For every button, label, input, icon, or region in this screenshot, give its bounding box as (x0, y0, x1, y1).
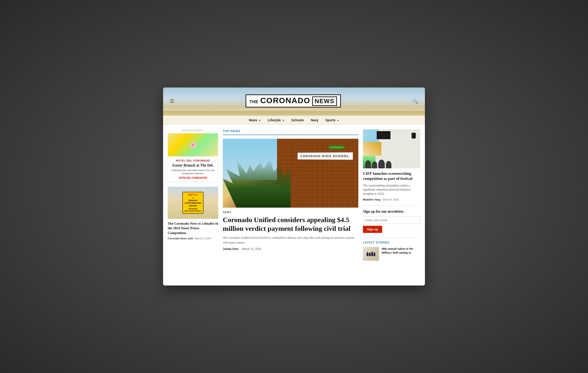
ad-title: Easter Brunch at The Del. (171, 163, 215, 167)
latest-stories-label: LATEST STORIES (363, 241, 420, 244)
search-icon[interactable]: 🔍 (412, 98, 418, 104)
header-inner: ☰ THE CORONADO NEWS 🔍 (163, 92, 425, 111)
green-sign: CORONADO (329, 146, 345, 149)
right-article-title[interactable]: CIFF launches screenwriting competition … (363, 171, 420, 181)
ad-hotel-logo: HOTEL DEL CORONADO (171, 159, 215, 162)
military-photo (363, 247, 379, 261)
sidebar-article-date: March 6, 2024 (195, 237, 211, 240)
right-article-meta: Madeline Yang March 9, 2024 (363, 198, 420, 201)
center-content: TOP NEWS CORONADO CORONADO HIGH SCHOOL N… (223, 129, 358, 281)
email-input[interactable] (363, 216, 420, 224)
ad-content: HOTEL DEL CORONADO Easter Brunch at The … (168, 156, 218, 182)
latest-story-item: 38th annual Salute to the Military Ball … (363, 247, 420, 261)
site-title: THE CORONADO NEWS (174, 94, 412, 107)
signup-button[interactable]: Sign up (363, 226, 382, 233)
title-coronado: CORONADO (260, 96, 310, 105)
nav-list: News ▼ Lifestyle ▼ Schools Navy (163, 116, 425, 124)
speaker (412, 133, 416, 138)
article-date: March 12, 2024 (242, 247, 261, 251)
nav-link-lifestyle[interactable]: Lifestyle ▼ (268, 118, 284, 122)
sidebar-article-title[interactable]: The Coronado News is a finalist in the 2… (168, 221, 218, 235)
main-content: ADVERTISEMENT 🌸 HOTEL DEL CORONADO Easte… (163, 125, 425, 286)
hamburger-icon[interactable]: ☰ (170, 98, 174, 104)
article-excerpt: The Coronado Unified School District is … (223, 235, 358, 245)
beach-waves (163, 111, 425, 115)
ad-subtitle: Celebrate with a decadent feast in the n… (171, 169, 215, 175)
article-author: Julieta Soto (223, 247, 238, 251)
nav-arrow-news: ▼ (259, 119, 261, 122)
sidebar-article: KEEP OUT ⊘ SEWAGE CONTAMINATED WATER EXP… (168, 187, 218, 240)
sidebar-article-meta: Coronado News staff March 6, 2024 (168, 237, 218, 240)
school-sign: CORONADO HIGH SCHOOL (298, 152, 353, 160)
right-feature-image (363, 129, 420, 168)
ad-link[interactable]: HOTELDEL.COM/EASTER (171, 177, 215, 179)
school-building-graphic: CORONADO CORONADO HIGH SCHOOL (223, 139, 358, 208)
nav-link-schools[interactable]: Schools (291, 118, 304, 122)
sidebar-article-image: KEEP OUT ⊘ SEWAGE CONTAMINATED WATER EXP… (168, 187, 218, 219)
title-logo[interactable]: THE CORONADO NEWS (246, 94, 341, 107)
latest-story-title[interactable]: 38th annual Salute to the Military Ball … (381, 247, 420, 255)
newsletter-title: Sign up for our newsletter (363, 209, 420, 214)
person-1 (365, 160, 371, 168)
browser-window: ☰ THE CORONADO NEWS 🔍 News ▼ (163, 87, 425, 286)
top-news-label: TOP NEWS (223, 129, 358, 135)
nav-item-navy[interactable]: Navy (311, 118, 318, 122)
person-3 (378, 160, 385, 168)
advertisement-box[interactable]: 🌸 HOTEL DEL CORONADO Easter Brunch at Th… (168, 133, 218, 182)
main-nav: News ▼ Lifestyle ▼ Schools Navy (163, 115, 425, 125)
nav-link-navy[interactable]: Navy (311, 118, 318, 122)
right-article-author: Madeline Yang (363, 198, 380, 201)
ad-label: ADVERTISEMENT (168, 129, 218, 132)
article-main-title[interactable]: Coronado Unified considers appealing $4.… (223, 216, 358, 233)
gallery-scene (363, 129, 420, 168)
title-the: THE (250, 99, 258, 104)
artwork-2 (363, 142, 381, 156)
latest-stories-section: LATEST STORIES 38th annual Salute t (363, 238, 420, 261)
nav-arrow-sports: ▼ (337, 119, 339, 122)
nav-item-news[interactable]: News ▼ (249, 118, 261, 122)
tv-screen (377, 131, 390, 139)
nav-link-news[interactable]: News ▼ (249, 118, 261, 122)
newsletter-section: Sign up for our newsletter Sign up (363, 206, 420, 233)
nav-arrow-lifestyle: ▼ (282, 119, 284, 122)
nav-item-schools[interactable]: Schools (291, 118, 304, 122)
beach-photo: KEEP OUT ⊘ SEWAGE CONTAMINATED WATER EXP… (168, 187, 218, 219)
top-news-image: CORONADO CORONADO HIGH SCHOOL (223, 139, 358, 208)
right-sidebar: CIFF launches screenwriting competition … (363, 129, 420, 281)
right-article-excerpt: The screenwriting competition marks a si… (363, 184, 420, 196)
sidebar-article-author: Coronado News staff (168, 237, 193, 240)
article-category: NEWS (223, 211, 358, 214)
site-header: ☰ THE CORONADO NEWS 🔍 (163, 87, 425, 115)
person-2 (372, 161, 377, 168)
gallery-wall (363, 129, 420, 168)
person-4 (386, 161, 391, 168)
right-article-date: March 9, 2024 (383, 198, 399, 201)
left-sidebar: ADVERTISEMENT 🌸 HOTEL DEL CORONADO Easte… (168, 129, 218, 281)
article-meta: Julieta Soto March 12, 2024 (223, 247, 358, 251)
people-silhouettes (365, 157, 418, 168)
nav-item-sports[interactable]: Sports ▼ (325, 118, 339, 122)
title-news: NEWS (312, 96, 337, 106)
nav-item-lifestyle[interactable]: Lifestyle ▼ (268, 118, 284, 122)
latest-story-thumb (363, 247, 379, 261)
keep-out-sign: KEEP OUT ⊘ SEWAGE CONTAMINATED WATER EXP… (182, 192, 204, 214)
nav-link-sports[interactable]: Sports ▼ (325, 118, 339, 122)
ad-image: 🌸 (168, 134, 218, 156)
